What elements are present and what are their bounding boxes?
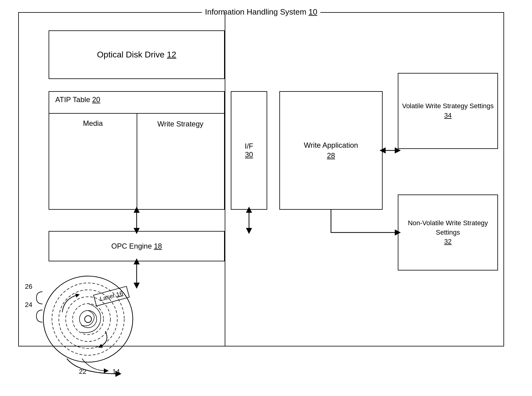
nvwss-number: 32 bbox=[398, 237, 497, 246]
atip-box: ATIP Table 20 Media Write Strategy bbox=[49, 91, 225, 210]
atip-label-text: ATIP Table bbox=[55, 95, 90, 104]
opc-box: OPC Engine 18 bbox=[49, 231, 225, 261]
atip-write: Write Strategy bbox=[137, 119, 224, 129]
vwss-label: Volatile Write Strategy Settings 34 bbox=[402, 102, 494, 120]
if-number: 30 bbox=[245, 150, 253, 159]
label-14: 14 bbox=[112, 368, 120, 376]
wa-number: 28 bbox=[304, 150, 358, 161]
label-24: 24 bbox=[25, 301, 32, 309]
odd-label-text: Optical Disk Drive bbox=[97, 50, 164, 59]
odd-label: Optical Disk Drive 12 bbox=[97, 50, 176, 60]
wa-box: Write Application 28 bbox=[279, 91, 383, 210]
vwss-box: Volatile Write Strategy Settings 34 bbox=[398, 73, 498, 149]
disk-svg bbox=[36, 267, 140, 371]
opc-label: OPC Engine 18 bbox=[111, 242, 162, 250]
diagram-container: Information Handling System 10 Optical D… bbox=[18, 12, 510, 383]
nvwss-box: Non-Volatile Write Strategy Settings 32 bbox=[398, 195, 498, 270]
odd-box: Optical Disk Drive 12 bbox=[49, 30, 225, 79]
opc-label-text: OPC Engine bbox=[111, 242, 152, 250]
label-22: 22 bbox=[79, 368, 86, 376]
nvwss-label-text: Non-Volatile Write Strategy Settings bbox=[398, 219, 497, 237]
atip-media: Media bbox=[49, 119, 137, 128]
wa-label: Write Application 28 bbox=[304, 140, 358, 160]
ihs-number: 10 bbox=[309, 7, 317, 16]
disk-area bbox=[36, 267, 140, 371]
if-label: I/F 30 bbox=[245, 142, 253, 159]
odd-number: 12 bbox=[167, 50, 176, 59]
atip-title: ATIP Table 20 bbox=[55, 95, 100, 104]
ihs-title: Information Handling System 10 bbox=[202, 7, 320, 17]
if-box: I/F 30 bbox=[231, 91, 267, 210]
main-vertical-divider bbox=[225, 12, 225, 346]
opc-number: 18 bbox=[154, 242, 162, 250]
atip-number: 20 bbox=[92, 95, 100, 104]
vwss-number: 34 bbox=[402, 111, 494, 120]
svg-point-6 bbox=[85, 316, 92, 323]
wa-label-text: Write Application bbox=[304, 140, 358, 150]
nvwss-label: Non-Volatile Write Strategy Settings 32 bbox=[398, 219, 497, 246]
ihs-title-text: Information Handling System bbox=[205, 7, 306, 16]
vwss-label-text: Volatile Write Strategy Settings bbox=[402, 102, 494, 111]
if-label-text: I/F bbox=[245, 142, 253, 150]
label-26: 26 bbox=[25, 283, 32, 291]
